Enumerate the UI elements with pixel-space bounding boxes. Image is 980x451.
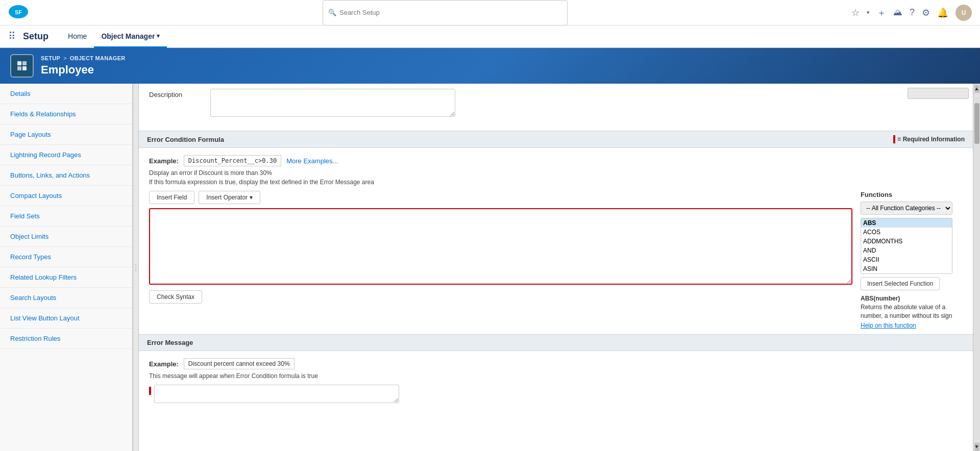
required-bar-icon xyxy=(893,135,895,143)
functions-category-select[interactable]: -- All Function Categories -- xyxy=(861,202,952,215)
function-signature: ABS(number) xyxy=(861,294,963,303)
content-area: Description Error Condition Formula = Re… xyxy=(139,84,973,451)
resize-handle[interactable]: ⋮ xyxy=(133,84,139,451)
breadcrumb-setup[interactable]: SETUP xyxy=(41,55,60,61)
error-message-textarea[interactable] xyxy=(154,385,399,403)
description-label: Description xyxy=(149,89,210,98)
search-icon: 🔍 xyxy=(328,9,336,16)
example-row: Example: Discount_Percent__c>0.30 More E… xyxy=(149,155,963,166)
sidebar: Details Fields & Relationships Page Layo… xyxy=(0,84,133,451)
page-header: SETUP > OBJECT MANAGER Employee xyxy=(0,48,980,84)
settings-icon[interactable]: ⚙ xyxy=(922,7,930,18)
help-icon[interactable]: ? xyxy=(910,7,915,18)
object-icon xyxy=(10,54,34,78)
top-action-button[interactable] xyxy=(908,88,969,99)
main-container: Details Fields & Relationships Page Layo… xyxy=(0,84,980,451)
svg-rect-3 xyxy=(22,61,27,65)
function-description: Returns the absolute value of a number, … xyxy=(861,303,963,320)
favorites-dropdown-icon[interactable]: ▾ xyxy=(867,9,870,16)
sidebar-item-list-view-button-layout[interactable]: List View Button Layout xyxy=(0,308,132,329)
formula-textarea[interactable] xyxy=(149,208,852,285)
insert-field-button[interactable]: Insert Field xyxy=(149,191,194,204)
sidebar-list: Details Fields & Relationships Page Layo… xyxy=(0,84,132,451)
breadcrumb: SETUP > OBJECT MANAGER xyxy=(41,55,126,61)
sidebar-item-object-limits[interactable]: Object Limits xyxy=(0,227,132,247)
sidebar-item-field-sets[interactable]: Field Sets xyxy=(0,206,132,227)
second-navigation: ⠿ Setup Home Object Manager ▾ xyxy=(0,26,980,48)
avatar[interactable]: U xyxy=(955,5,972,21)
sidebar-item-fields-relationships[interactable]: Fields & Relationships xyxy=(0,104,132,124)
page-header-text: SETUP > OBJECT MANAGER Employee xyxy=(41,55,126,77)
nav-object-manager[interactable]: Object Manager ▾ xyxy=(94,26,167,48)
svg-rect-2 xyxy=(17,61,21,65)
favorites-icon[interactable]: ☆ xyxy=(851,7,860,18)
scroll-down-arrow[interactable]: ▼ xyxy=(974,443,979,451)
more-examples-link[interactable]: More Examples... xyxy=(286,157,338,165)
top-navigation: SF 🔍 ☆ ▾ ＋ ⛰ ? ⚙ 🔔 U xyxy=(0,0,980,26)
insert-operator-button[interactable]: Insert Operator ▾ xyxy=(199,191,260,204)
nav-home[interactable]: Home xyxy=(61,26,94,48)
add-icon[interactable]: ＋ xyxy=(877,7,886,19)
app-name: Setup xyxy=(23,31,48,42)
example-label: Example: xyxy=(149,157,179,165)
sidebar-item-search-layouts[interactable]: Search Layouts xyxy=(0,288,132,308)
search-bar[interactable]: 🔍 xyxy=(323,0,568,26)
search-input[interactable] xyxy=(339,9,562,16)
scroll-up-arrow[interactable]: ▲ xyxy=(974,85,979,93)
right-scrollbar[interactable]: ▲ ▼ xyxy=(973,84,980,451)
top-right-icons: ☆ ▾ ＋ ⛰ ? ⚙ 🔔 U xyxy=(851,5,972,21)
error-message-section: Example: Discount percent cannot exceed … xyxy=(139,351,973,410)
sidebar-item-details[interactable]: Details xyxy=(0,84,132,104)
error-msg-example-row: Example: Discount percent cannot exceed … xyxy=(149,358,963,369)
required-info: = Required Information xyxy=(893,135,965,143)
svg-text:SF: SF xyxy=(15,9,22,15)
svg-rect-5 xyxy=(22,66,27,70)
description-section: Description xyxy=(139,84,973,131)
breadcrumb-object-manager[interactable]: OBJECT MANAGER xyxy=(70,55,126,61)
helper-text-1: Display an error if Discount is more tha… xyxy=(149,169,963,177)
error-message-header: Error Message xyxy=(139,334,973,351)
success-icon[interactable]: ⛰ xyxy=(893,7,902,18)
scroll-thumb[interactable] xyxy=(974,103,979,144)
sidebar-item-lightning-record-pages[interactable]: Lightning Record Pages xyxy=(0,145,132,165)
sidebar-item-compact-layouts[interactable]: Compact Layouts xyxy=(0,186,132,206)
formula-row: Insert Field Insert Operator ▾ Check Syn… xyxy=(149,191,963,329)
error-msg-example-code: Discount percent cannot exceed 30% xyxy=(184,358,295,369)
salesforce-logo[interactable]: SF xyxy=(8,5,29,20)
example-code: Discount_Percent__c>0.30 xyxy=(184,155,281,166)
error-msg-helper-text: This message will appear when Error Cond… xyxy=(149,372,963,380)
description-textarea[interactable] xyxy=(210,89,455,117)
object-manager-chevron: ▾ xyxy=(157,33,160,39)
sidebar-item-page-layouts[interactable]: Page Layouts xyxy=(0,124,132,145)
function-help-link[interactable]: Help on this function xyxy=(861,322,963,329)
functions-list[interactable]: ABS ACOS ADDMONTHS AND ASCII ASIN xyxy=(861,218,952,274)
formula-left: Insert Field Insert Operator ▾ Check Syn… xyxy=(149,191,852,329)
sidebar-item-restriction-rules[interactable]: Restriction Rules xyxy=(0,329,132,349)
error-condition-title: Error Condition Formula xyxy=(147,136,224,143)
description-field-row: Description xyxy=(149,89,963,118)
formula-section: Example: Discount_Percent__c>0.30 More E… xyxy=(139,148,973,334)
sidebar-item-related-lookup-filters[interactable]: Related Lookup Filters xyxy=(0,267,132,288)
sidebar-item-buttons-links-actions[interactable]: Buttons, Links, and Actions xyxy=(0,165,132,186)
insert-operator-chevron: ▾ xyxy=(250,194,253,201)
error-message-title: Error Message xyxy=(147,339,193,346)
formula-buttons: Insert Field Insert Operator ▾ xyxy=(149,191,852,204)
error-msg-input-wrapper xyxy=(154,385,963,405)
required-indicator xyxy=(149,387,151,395)
page-title: Employee xyxy=(41,63,126,77)
insert-selected-function-button[interactable]: Insert Selected Function xyxy=(861,277,940,290)
notifications-icon[interactable]: 🔔 xyxy=(937,7,948,18)
error-msg-example-label: Example: xyxy=(149,360,179,368)
error-condition-header: Error Condition Formula = Required Infor… xyxy=(139,131,973,148)
sidebar-item-record-types[interactable]: Record Types xyxy=(0,247,132,267)
error-msg-input-row xyxy=(149,385,963,405)
formula-right: Functions -- All Function Categories -- … xyxy=(861,191,963,329)
description-value xyxy=(210,89,963,118)
app-launcher-icon[interactable]: ⠿ xyxy=(8,30,16,42)
functions-label: Functions xyxy=(861,191,963,198)
check-syntax-button[interactable]: Check Syntax xyxy=(149,290,202,304)
svg-rect-4 xyxy=(17,66,21,70)
helper-text-2: If this formula expression is true, disp… xyxy=(149,179,963,186)
